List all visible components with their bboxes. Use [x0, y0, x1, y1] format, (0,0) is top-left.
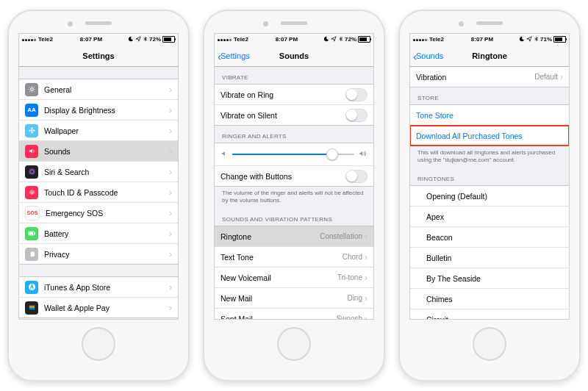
row-apex[interactable]: Apex — [410, 207, 569, 227]
moon-icon — [519, 36, 525, 43]
row-label: Bulletin — [426, 254, 563, 262]
svg-point-5 — [29, 129, 30, 131]
row-chimes[interactable]: Chimes — [410, 289, 569, 309]
wallet-icon — [25, 301, 38, 315]
row-label: New Mail — [220, 294, 347, 303]
row-opening[interactable]: Opening (Default) — [410, 186, 569, 207]
battery-pct: 72% — [149, 36, 161, 43]
row-battery[interactable]: Battery› — [19, 223, 178, 244]
row-general[interactable]: General› — [19, 79, 178, 100]
settings-list[interactable]: General›AADisplay & Brightness›Wallpaper… — [19, 67, 178, 319]
battery-icon — [553, 36, 566, 43]
row-sounds[interactable]: Sounds› — [19, 141, 178, 162]
chevron-right-icon: › — [365, 232, 368, 242]
svg-rect-13 — [29, 306, 34, 307]
location-icon — [331, 36, 337, 43]
row-display[interactable]: AADisplay & Brightness› — [19, 100, 178, 121]
row-circuit[interactable]: Circuit — [410, 309, 569, 319]
row-download-all[interactable]: Download All Purchased Tones — [410, 126, 569, 146]
front-camera — [263, 21, 268, 26]
row-label: Privacy — [44, 250, 169, 259]
row-label: Sounds — [44, 147, 169, 156]
row-siri[interactable]: Siri & Search› — [19, 162, 178, 182]
row-detail: Tri-tone — [337, 273, 362, 281]
slider-track[interactable] — [232, 154, 354, 155]
row-voicemail[interactable]: New VoicemailTri-tone› — [215, 268, 373, 288]
row-tone-store[interactable]: Tone Store — [410, 105, 569, 126]
ringer-volume-slider[interactable] — [215, 143, 373, 166]
svg-point-2 — [31, 129, 32, 131]
screen: Tele2 8:07 PM 71% ‹ Sounds Ringtone — [409, 33, 570, 320]
signal-dots-icon — [22, 36, 37, 43]
row-seaside[interactable]: By The Seaside — [410, 268, 569, 289]
chevron-right-icon: › — [169, 167, 172, 177]
row-touchid[interactable]: Touch ID & Passcode› — [19, 182, 178, 203]
svg-rect-15 — [29, 308, 34, 309]
row-newmail[interactable]: New MailDing› — [215, 288, 373, 309]
battery-icon — [162, 36, 175, 43]
chevron-right-icon: › — [169, 187, 172, 198]
home-button[interactable] — [277, 327, 311, 361]
moon-icon — [323, 36, 329, 43]
row-vibrate-ring[interactable]: Vibrate on Ring — [215, 85, 373, 105]
vibration-row[interactable]: Vibration Default › — [410, 67, 569, 87]
battery-icon — [358, 36, 370, 43]
nav-title: Ringtone — [472, 51, 507, 60]
row-itunes[interactable]: iTunes & App Store› — [19, 277, 178, 298]
row-sentmail[interactable]: Sent MailSwoosh› — [215, 309, 373, 319]
privacy-icon — [25, 248, 38, 261]
ringtone-list[interactable]: Vibration Default › Store Tone StoreDown… — [410, 67, 569, 319]
toggle[interactable] — [345, 88, 368, 101]
row-label: Ringtone — [220, 232, 320, 241]
row-label: Apex — [426, 212, 563, 221]
chevron-right-icon: › — [365, 273, 368, 283]
sounds-list[interactable]: Vibrate Vibrate on RingVibrate on Silent… — [215, 67, 373, 319]
header-ringer: Ringer and Alerts — [215, 126, 373, 143]
back-button[interactable]: ‹ Settings — [218, 46, 250, 66]
row-detail: Chord — [343, 253, 362, 261]
carrier-label: Tele2 — [38, 36, 53, 43]
change-with-buttons-row[interactable]: Change with Buttons — [215, 166, 373, 186]
volume-high-icon — [359, 150, 368, 159]
row-beacon[interactable]: Beacon — [410, 227, 569, 248]
chevron-right-icon: › — [169, 208, 172, 218]
status-bar: Tele2 8:07 PM 72% — [19, 34, 178, 46]
battery-icon — [25, 227, 38, 240]
svg-rect-14 — [29, 307, 34, 309]
row-texttone[interactable]: Text ToneChord› — [215, 247, 373, 268]
row-ringtone[interactable]: RingtoneConstellation› — [215, 226, 373, 247]
svg-point-1 — [30, 88, 33, 91]
row-vibrate-silent[interactable]: Vibrate on Silent — [215, 105, 373, 125]
home-button[interactable] — [473, 327, 506, 361]
row-wallpaper[interactable]: Wallpaper› — [19, 121, 178, 141]
status-bar: Tele2 8:07 PM 71% — [410, 34, 569, 46]
toggle[interactable] — [345, 109, 368, 122]
row-detail: Default — [534, 73, 558, 81]
home-button[interactable] — [82, 327, 115, 361]
location-icon — [135, 36, 141, 43]
signal-dots-icon — [413, 36, 428, 43]
row-wallet[interactable]: Wallet & Apple Pay› — [19, 298, 178, 318]
row-label: Download All Purchased Tones — [416, 132, 563, 140]
clock: 8:07 PM — [80, 36, 102, 43]
front-camera — [68, 21, 73, 26]
back-label: Sounds — [416, 51, 443, 60]
carrier-label: Tele2 — [234, 36, 248, 43]
toggle[interactable] — [345, 170, 368, 183]
row-bulletin[interactable]: Bulletin — [410, 248, 569, 268]
row-label: Text Tone — [220, 253, 343, 262]
status-bar: Tele2 8:07 PM 72% — [215, 34, 373, 46]
row-label: Sent Mail — [220, 315, 336, 320]
battery-pct: 72% — [345, 36, 356, 43]
row-label: Emergency SOS — [46, 209, 169, 218]
carrier-label: Tele2 — [429, 36, 444, 43]
sounds-icon — [25, 145, 38, 158]
back-button[interactable]: ‹ Sounds — [413, 46, 443, 66]
row-privacy[interactable]: Privacy› — [19, 244, 178, 264]
row-label: By The Seaside — [426, 274, 563, 283]
header-store: Store — [410, 87, 569, 104]
row-label: Siri & Search — [44, 168, 169, 176]
chevron-right-icon: › — [365, 293, 368, 304]
row-sos[interactable]: SOSEmergency SOS› — [19, 203, 178, 223]
moon-icon — [128, 36, 134, 43]
